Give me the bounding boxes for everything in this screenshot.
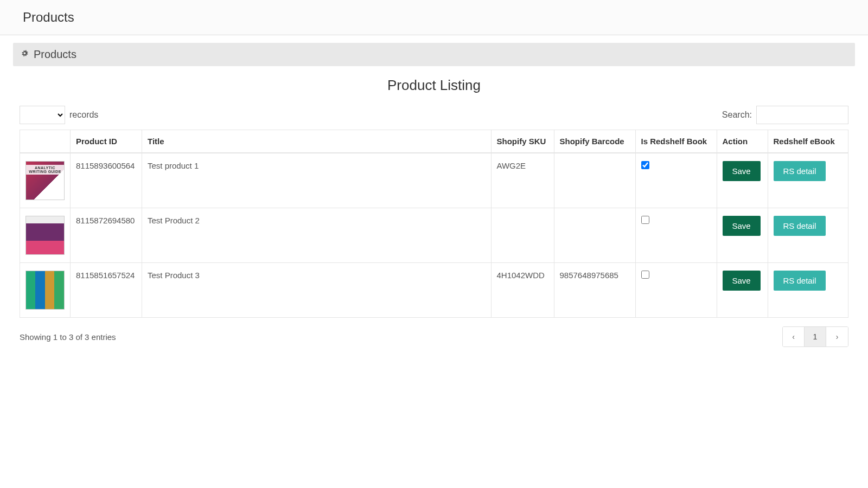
cell-shopify-barcode — [554, 153, 635, 208]
cell-image: ANALYTIC WRITING GUIDE — [20, 153, 71, 208]
pagination: ‹ 1 › — [782, 326, 848, 347]
cell-action: Save — [717, 153, 768, 208]
cell-is-redshelf — [635, 263, 717, 318]
cell-product-id: 8115851657524 — [71, 263, 142, 318]
chevron-left-icon: ‹ — [792, 332, 795, 341]
col-title[interactable]: Title — [142, 130, 492, 153]
panel-title: Products — [34, 48, 76, 61]
product-thumbnail — [25, 271, 65, 310]
content-area: Products Product Listing records Search:… — [0, 43, 868, 369]
records-per-page: records — [20, 106, 98, 124]
col-image[interactable] — [20, 130, 71, 153]
products-table: Product ID Title Shopify SKU Shopify Bar… — [20, 130, 848, 317]
chevron-right-icon: › — [836, 332, 839, 341]
listing-title: Product Listing — [13, 77, 855, 94]
search-label: Search: — [722, 110, 752, 120]
cell-image — [20, 208, 71, 263]
listing-title-wrap: Product Listing — [13, 77, 855, 94]
cell-title: Test Product 3 — [142, 263, 492, 318]
entries-info: Showing 1 to 3 of 3 entries — [20, 332, 116, 342]
cell-shopify-sku: 4H1042WDD — [491, 263, 554, 318]
rs-detail-button[interactable]: RS detail — [774, 271, 826, 291]
page-header: Products — [0, 0, 868, 35]
is-redshelf-checkbox[interactable] — [641, 216, 649, 224]
cell-title: Test Product 2 — [142, 208, 492, 263]
table-header-row: Product ID Title Shopify SKU Shopify Bar… — [20, 130, 848, 153]
table-footer: Showing 1 to 3 of 3 entries ‹ 1 › — [20, 326, 848, 347]
cell-redshelf-ebook: RS detail — [768, 153, 848, 208]
is-redshelf-checkbox[interactable] — [641, 161, 649, 169]
col-redshelf-ebook[interactable]: Redshelf eBook — [768, 130, 848, 153]
table-row: ANALYTIC WRITING GUIDE 8115893600564 Tes… — [20, 153, 848, 208]
thumbnail-caption: ANALYTIC WRITING GUIDE — [26, 165, 64, 175]
page-next[interactable]: › — [826, 327, 848, 346]
product-thumbnail: ANALYTIC WRITING GUIDE — [25, 161, 65, 200]
cell-redshelf-ebook: RS detail — [768, 208, 848, 263]
cell-redshelf-ebook: RS detail — [768, 263, 848, 318]
search-input[interactable] — [756, 106, 848, 124]
cell-action: Save — [717, 208, 768, 263]
table-row: 8115851657524 Test Product 3 4H1042WDD 9… — [20, 263, 848, 318]
cell-product-id: 8115872694580 — [71, 208, 142, 263]
cell-is-redshelf — [635, 153, 717, 208]
save-button[interactable]: Save — [723, 216, 761, 236]
records-label: records — [69, 110, 98, 120]
cell-shopify-barcode: 9857648975685 — [554, 263, 635, 318]
panel-header: Products — [13, 43, 855, 66]
cell-shopify-sku — [491, 208, 554, 263]
is-redshelf-checkbox[interactable] — [641, 271, 649, 279]
cell-shopify-sku: AWG2E — [491, 153, 554, 208]
records-select[interactable] — [20, 106, 65, 124]
rs-detail-button[interactable]: RS detail — [774, 216, 826, 236]
col-is-redshelf[interactable]: Is Redshelf Book — [635, 130, 717, 153]
cell-action: Save — [717, 263, 768, 318]
cell-image — [20, 263, 71, 318]
cell-product-id: 8115893600564 — [71, 153, 142, 208]
page-number[interactable]: 1 — [805, 327, 826, 346]
col-shopify-sku[interactable]: Shopify SKU — [491, 130, 554, 153]
gears-icon — [21, 49, 29, 60]
table-controls: records Search: — [20, 106, 848, 124]
col-action[interactable]: Action — [717, 130, 768, 153]
product-thumbnail — [25, 216, 65, 255]
cell-title: Test product 1 — [142, 153, 492, 208]
page-title: Products — [23, 10, 845, 25]
save-button[interactable]: Save — [723, 161, 761, 181]
table-row: 8115872694580 Test Product 2 Save RS det… — [20, 208, 848, 263]
search-wrap: Search: — [722, 106, 848, 124]
save-button[interactable]: Save — [723, 271, 761, 291]
col-product-id[interactable]: Product ID — [71, 130, 142, 153]
cell-is-redshelf — [635, 208, 717, 263]
rs-detail-button[interactable]: RS detail — [774, 161, 826, 181]
cell-shopify-barcode — [554, 208, 635, 263]
col-shopify-barcode[interactable]: Shopify Barcode — [554, 130, 635, 153]
page-prev[interactable]: ‹ — [783, 327, 805, 346]
products-table-wrap: Product ID Title Shopify SKU Shopify Bar… — [20, 130, 848, 318]
